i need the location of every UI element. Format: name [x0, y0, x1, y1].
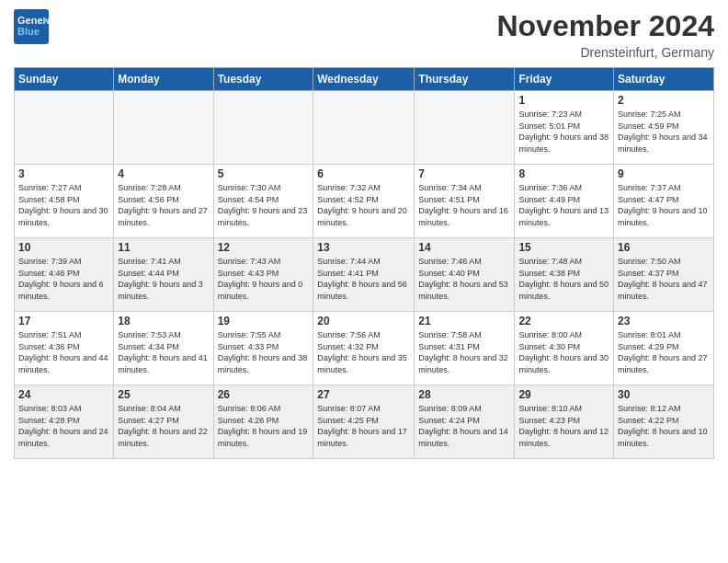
- day-info: Sunrise: 7:39 AMSunset: 4:46 PMDaylight:…: [18, 256, 109, 302]
- header: General Blue November 2024 Drensteinfurt…: [14, 9, 714, 60]
- calendar-cell: 9Sunrise: 7:37 AMSunset: 4:47 PMDaylight…: [614, 165, 714, 238]
- day-info: Sunrise: 8:06 AMSunset: 4:26 PMDaylight:…: [218, 403, 310, 449]
- day-number: 18: [118, 315, 209, 327]
- calendar-cell: 6Sunrise: 7:32 AMSunset: 4:52 PMDaylight…: [313, 165, 415, 238]
- day-number: 25: [118, 388, 209, 401]
- calendar-week-4: 17Sunrise: 7:51 AMSunset: 4:36 PMDayligh…: [15, 312, 714, 385]
- calendar-table: Sunday Monday Tuesday Wednesday Thursday…: [14, 67, 714, 459]
- day-number: 29: [518, 388, 609, 401]
- calendar-cell: [415, 91, 515, 165]
- page: General Blue November 2024 Drensteinfurt…: [0, 0, 728, 563]
- col-thursday: Thursday: [415, 68, 515, 91]
- day-info: Sunrise: 8:01 AMSunset: 4:29 PMDaylight:…: [618, 329, 710, 375]
- day-info: Sunrise: 7:46 AMSunset: 4:40 PMDaylight:…: [418, 256, 510, 302]
- day-info: Sunrise: 8:07 AMSunset: 4:25 PMDaylight:…: [317, 403, 410, 449]
- logo-icon: General Blue: [14, 9, 49, 44]
- calendar-cell: 25Sunrise: 8:04 AMSunset: 4:27 PMDayligh…: [114, 385, 213, 459]
- col-tuesday: Tuesday: [213, 68, 313, 91]
- day-number: 12: [218, 241, 310, 254]
- day-info: Sunrise: 7:27 AMSunset: 4:58 PMDaylight:…: [18, 182, 109, 228]
- day-number: 26: [218, 388, 310, 401]
- calendar-cell: 10Sunrise: 7:39 AMSunset: 4:46 PMDayligh…: [15, 238, 114, 312]
- calendar-cell: 4Sunrise: 7:28 AMSunset: 4:56 PMDaylight…: [114, 165, 213, 238]
- day-info: Sunrise: 7:50 AMSunset: 4:37 PMDaylight:…: [618, 256, 710, 302]
- day-number: 22: [518, 315, 609, 327]
- title-section: November 2024 Drensteinfurt, Germany: [496, 9, 714, 60]
- day-number: 30: [618, 388, 710, 401]
- calendar-cell: 17Sunrise: 7:51 AMSunset: 4:36 PMDayligh…: [15, 312, 114, 385]
- day-info: Sunrise: 7:34 AMSunset: 4:51 PMDaylight:…: [418, 182, 510, 228]
- calendar-header-row: Sunday Monday Tuesday Wednesday Thursday…: [15, 68, 714, 91]
- location: Drensteinfurt, Germany: [496, 45, 714, 60]
- day-info: Sunrise: 7:43 AMSunset: 4:43 PMDaylight:…: [218, 256, 310, 302]
- day-info: Sunrise: 7:48 AMSunset: 4:38 PMDaylight:…: [518, 256, 609, 302]
- day-number: 11: [118, 241, 209, 254]
- calendar-cell: 2Sunrise: 7:25 AMSunset: 4:59 PMDaylight…: [614, 91, 714, 165]
- day-info: Sunrise: 7:30 AMSunset: 4:54 PMDaylight:…: [218, 182, 310, 228]
- day-number: 16: [618, 241, 710, 254]
- calendar-cell: 20Sunrise: 7:56 AMSunset: 4:32 PMDayligh…: [313, 312, 415, 385]
- calendar-cell: [313, 91, 415, 165]
- calendar-cell: 5Sunrise: 7:30 AMSunset: 4:54 PMDaylight…: [213, 165, 313, 238]
- day-info: Sunrise: 8:03 AMSunset: 4:28 PMDaylight:…: [18, 403, 109, 449]
- calendar-cell: 30Sunrise: 8:12 AMSunset: 4:22 PMDayligh…: [614, 385, 714, 459]
- day-info: Sunrise: 7:23 AMSunset: 5:01 PMDaylight:…: [518, 109, 609, 155]
- calendar-cell: 13Sunrise: 7:44 AMSunset: 4:41 PMDayligh…: [313, 238, 415, 312]
- col-monday: Monday: [114, 68, 213, 91]
- calendar-cell: 15Sunrise: 7:48 AMSunset: 4:38 PMDayligh…: [515, 238, 614, 312]
- calendar-week-1: 1Sunrise: 7:23 AMSunset: 5:01 PMDaylight…: [15, 91, 714, 165]
- day-number: 27: [317, 388, 410, 401]
- day-number: 15: [518, 241, 609, 254]
- svg-text:Blue: Blue: [17, 26, 40, 37]
- col-wednesday: Wednesday: [313, 68, 415, 91]
- calendar-cell: 18Sunrise: 7:53 AMSunset: 4:34 PMDayligh…: [114, 312, 213, 385]
- day-number: 14: [418, 241, 510, 254]
- calendar-cell: 28Sunrise: 8:09 AMSunset: 4:24 PMDayligh…: [415, 385, 515, 459]
- day-number: 20: [317, 315, 410, 327]
- day-info: Sunrise: 7:36 AMSunset: 4:49 PMDaylight:…: [518, 182, 609, 228]
- day-number: 9: [618, 167, 710, 180]
- day-number: 17: [18, 315, 109, 327]
- month-title: November 2024: [496, 9, 714, 43]
- day-info: Sunrise: 7:37 AMSunset: 4:47 PMDaylight:…: [618, 182, 710, 228]
- day-info: Sunrise: 7:51 AMSunset: 4:36 PMDaylight:…: [18, 329, 109, 375]
- day-info: Sunrise: 7:28 AMSunset: 4:56 PMDaylight:…: [118, 182, 209, 228]
- day-number: 6: [317, 167, 410, 180]
- calendar-cell: 29Sunrise: 8:10 AMSunset: 4:23 PMDayligh…: [515, 385, 614, 459]
- day-info: Sunrise: 7:25 AMSunset: 4:59 PMDaylight:…: [618, 109, 710, 155]
- day-number: 19: [218, 315, 310, 327]
- day-number: 8: [518, 167, 609, 180]
- day-info: Sunrise: 7:53 AMSunset: 4:34 PMDaylight:…: [118, 329, 209, 375]
- calendar-cell: [213, 91, 313, 165]
- calendar-cell: 16Sunrise: 7:50 AMSunset: 4:37 PMDayligh…: [614, 238, 714, 312]
- calendar-cell: 12Sunrise: 7:43 AMSunset: 4:43 PMDayligh…: [213, 238, 313, 312]
- day-number: 24: [18, 388, 109, 401]
- day-info: Sunrise: 8:10 AMSunset: 4:23 PMDaylight:…: [518, 403, 609, 449]
- day-number: 2: [618, 94, 710, 107]
- day-number: 7: [418, 167, 510, 180]
- day-info: Sunrise: 7:44 AMSunset: 4:41 PMDaylight:…: [317, 256, 410, 302]
- calendar-cell: 8Sunrise: 7:36 AMSunset: 4:49 PMDaylight…: [515, 165, 614, 238]
- calendar-cell: 1Sunrise: 7:23 AMSunset: 5:01 PMDaylight…: [515, 91, 614, 165]
- day-info: Sunrise: 7:58 AMSunset: 4:31 PMDaylight:…: [418, 329, 510, 375]
- day-info: Sunrise: 8:09 AMSunset: 4:24 PMDaylight:…: [418, 403, 510, 449]
- calendar-cell: 11Sunrise: 7:41 AMSunset: 4:44 PMDayligh…: [114, 238, 213, 312]
- day-number: 10: [18, 241, 109, 254]
- calendar-week-5: 24Sunrise: 8:03 AMSunset: 4:28 PMDayligh…: [15, 385, 714, 459]
- day-number: 3: [18, 167, 109, 180]
- day-info: Sunrise: 7:32 AMSunset: 4:52 PMDaylight:…: [317, 182, 410, 228]
- calendar-cell: 27Sunrise: 8:07 AMSunset: 4:25 PMDayligh…: [313, 385, 415, 459]
- calendar-cell: 23Sunrise: 8:01 AMSunset: 4:29 PMDayligh…: [614, 312, 714, 385]
- day-number: 1: [518, 94, 609, 107]
- calendar-week-2: 3Sunrise: 7:27 AMSunset: 4:58 PMDaylight…: [15, 165, 714, 238]
- col-saturday: Saturday: [614, 68, 714, 91]
- day-info: Sunrise: 8:00 AMSunset: 4:30 PMDaylight:…: [518, 329, 609, 375]
- calendar-cell: 22Sunrise: 8:00 AMSunset: 4:30 PMDayligh…: [515, 312, 614, 385]
- day-info: Sunrise: 8:12 AMSunset: 4:22 PMDaylight:…: [618, 403, 710, 449]
- day-info: Sunrise: 7:55 AMSunset: 4:33 PMDaylight:…: [218, 329, 310, 375]
- day-number: 21: [418, 315, 510, 327]
- day-info: Sunrise: 8:04 AMSunset: 4:27 PMDaylight:…: [118, 403, 209, 449]
- calendar-cell: 21Sunrise: 7:58 AMSunset: 4:31 PMDayligh…: [415, 312, 515, 385]
- day-number: 5: [218, 167, 310, 180]
- calendar-cell: 7Sunrise: 7:34 AMSunset: 4:51 PMDaylight…: [415, 165, 515, 238]
